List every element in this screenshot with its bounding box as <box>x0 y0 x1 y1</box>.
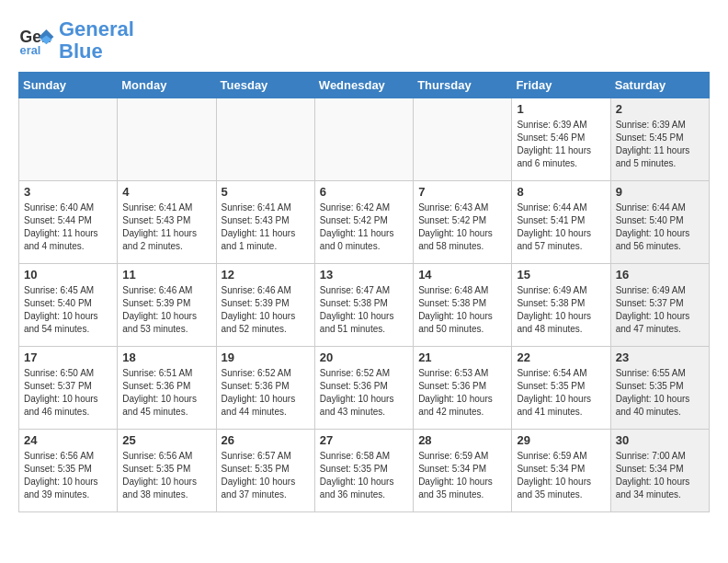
calendar-cell: 27Sunrise: 6:58 AM Sunset: 5:35 PM Dayli… <box>314 430 413 512</box>
calendar-cell: 15Sunrise: 6:49 AM Sunset: 5:38 PM Dayli… <box>512 264 610 347</box>
day-info: Sunrise: 6:49 AM Sunset: 5:37 PM Dayligh… <box>616 284 704 336</box>
day-info: Sunrise: 6:50 AM Sunset: 5:37 PM Dayligh… <box>24 367 112 419</box>
weekday-header: Saturday <box>610 73 709 98</box>
day-info: Sunrise: 6:48 AM Sunset: 5:38 PM Dayligh… <box>418 284 506 336</box>
day-info: Sunrise: 6:56 AM Sunset: 5:35 PM Dayligh… <box>24 450 112 501</box>
day-info: Sunrise: 6:44 AM Sunset: 5:41 PM Dayligh… <box>517 201 605 253</box>
day-info: Sunrise: 6:57 AM Sunset: 5:35 PM Dayligh… <box>222 450 310 501</box>
calendar-cell: 13Sunrise: 6:47 AM Sunset: 5:38 PM Dayli… <box>314 264 413 347</box>
svg-text:eral: eral <box>20 43 41 57</box>
day-number: 2 <box>616 102 704 116</box>
calendar-cell <box>314 98 413 181</box>
calendar-week-row: 10Sunrise: 6:45 AM Sunset: 5:40 PM Dayli… <box>19 264 710 347</box>
weekday-header: Wednesday <box>314 73 413 98</box>
day-number: 18 <box>122 350 210 364</box>
day-info: Sunrise: 6:39 AM Sunset: 5:45 PM Dayligh… <box>616 119 704 170</box>
day-number: 27 <box>320 433 408 447</box>
calendar-table: SundayMondayTuesdayWednesdayThursdayFrid… <box>18 72 710 512</box>
day-number: 22 <box>517 350 605 364</box>
day-number: 20 <box>320 350 408 364</box>
day-number: 12 <box>222 268 310 282</box>
day-number: 6 <box>320 185 408 199</box>
day-number: 24 <box>24 433 112 447</box>
calendar-header: SundayMondayTuesdayWednesdayThursdayFrid… <box>19 73 710 98</box>
calendar-cell: 21Sunrise: 6:53 AM Sunset: 5:36 PM Dayli… <box>414 347 512 430</box>
weekday-header: Thursday <box>414 73 512 98</box>
day-number: 10 <box>24 268 112 282</box>
day-number: 30 <box>616 433 704 447</box>
day-info: Sunrise: 6:41 AM Sunset: 5:43 PM Dayligh… <box>122 201 210 253</box>
day-info: Sunrise: 6:42 AM Sunset: 5:42 PM Dayligh… <box>320 201 408 253</box>
calendar-cell: 17Sunrise: 6:50 AM Sunset: 5:37 PM Dayli… <box>19 347 118 430</box>
calendar-cell: 25Sunrise: 6:56 AM Sunset: 5:35 PM Dayli… <box>118 430 216 512</box>
calendar-cell: 24Sunrise: 6:56 AM Sunset: 5:35 PM Dayli… <box>19 430 118 512</box>
logo: Gen eral GeneralBlue <box>18 18 134 63</box>
calendar-cell: 30Sunrise: 7:00 AM Sunset: 5:34 PM Dayli… <box>610 430 709 512</box>
day-info: Sunrise: 6:55 AM Sunset: 5:35 PM Dayligh… <box>616 367 704 419</box>
day-number: 14 <box>418 268 506 282</box>
calendar-cell: 26Sunrise: 6:57 AM Sunset: 5:35 PM Dayli… <box>216 430 314 512</box>
calendar-cell <box>216 98 314 181</box>
calendar-cell: 10Sunrise: 6:45 AM Sunset: 5:40 PM Dayli… <box>19 264 118 347</box>
day-number: 9 <box>616 185 704 199</box>
calendar-cell: 11Sunrise: 6:46 AM Sunset: 5:39 PM Dayli… <box>118 264 216 347</box>
weekday-row: SundayMondayTuesdayWednesdayThursdayFrid… <box>19 73 710 98</box>
weekday-header: Monday <box>118 73 216 98</box>
day-number: 8 <box>517 185 605 199</box>
day-number: 15 <box>517 268 605 282</box>
day-info: Sunrise: 6:58 AM Sunset: 5:35 PM Dayligh… <box>320 450 408 501</box>
calendar-week-row: 24Sunrise: 6:56 AM Sunset: 5:35 PM Dayli… <box>19 430 710 512</box>
day-number: 11 <box>122 268 210 282</box>
day-info: Sunrise: 6:41 AM Sunset: 5:43 PM Dayligh… <box>222 201 310 253</box>
day-number: 5 <box>222 185 310 199</box>
day-number: 21 <box>418 350 506 364</box>
day-info: Sunrise: 6:54 AM Sunset: 5:35 PM Dayligh… <box>517 367 605 419</box>
day-info: Sunrise: 6:40 AM Sunset: 5:44 PM Dayligh… <box>24 201 112 253</box>
logo-text: GeneralBlue <box>59 18 134 63</box>
calendar-cell: 18Sunrise: 6:51 AM Sunset: 5:36 PM Dayli… <box>118 347 216 430</box>
calendar-week-row: 3Sunrise: 6:40 AM Sunset: 5:44 PM Daylig… <box>19 181 710 264</box>
day-info: Sunrise: 6:56 AM Sunset: 5:35 PM Dayligh… <box>122 450 210 501</box>
day-number: 3 <box>24 185 112 199</box>
day-info: Sunrise: 6:59 AM Sunset: 5:34 PM Dayligh… <box>418 450 506 501</box>
day-number: 7 <box>418 185 506 199</box>
day-info: Sunrise: 6:43 AM Sunset: 5:42 PM Dayligh… <box>418 201 506 253</box>
day-number: 13 <box>320 268 408 282</box>
calendar-cell: 20Sunrise: 6:52 AM Sunset: 5:36 PM Dayli… <box>314 347 413 430</box>
calendar-cell: 19Sunrise: 6:52 AM Sunset: 5:36 PM Dayli… <box>216 347 314 430</box>
day-number: 17 <box>24 350 112 364</box>
day-info: Sunrise: 6:46 AM Sunset: 5:39 PM Dayligh… <box>122 284 210 336</box>
day-number: 25 <box>122 433 210 447</box>
day-info: Sunrise: 6:49 AM Sunset: 5:38 PM Dayligh… <box>517 284 605 336</box>
day-number: 28 <box>418 433 506 447</box>
day-number: 1 <box>517 102 605 116</box>
calendar-week-row: 17Sunrise: 6:50 AM Sunset: 5:37 PM Dayli… <box>19 347 710 430</box>
calendar-cell: 9Sunrise: 6:44 AM Sunset: 5:40 PM Daylig… <box>610 181 709 264</box>
calendar-cell: 4Sunrise: 6:41 AM Sunset: 5:43 PM Daylig… <box>118 181 216 264</box>
calendar-cell: 12Sunrise: 6:46 AM Sunset: 5:39 PM Dayli… <box>216 264 314 347</box>
calendar-cell: 7Sunrise: 6:43 AM Sunset: 5:42 PM Daylig… <box>414 181 512 264</box>
day-info: Sunrise: 6:47 AM Sunset: 5:38 PM Dayligh… <box>320 284 408 336</box>
day-info: Sunrise: 6:46 AM Sunset: 5:39 PM Dayligh… <box>222 284 310 336</box>
day-number: 29 <box>517 433 605 447</box>
day-info: Sunrise: 6:51 AM Sunset: 5:36 PM Dayligh… <box>122 367 210 419</box>
day-number: 19 <box>222 350 310 364</box>
day-info: Sunrise: 6:52 AM Sunset: 5:36 PM Dayligh… <box>320 367 408 419</box>
calendar-cell: 28Sunrise: 6:59 AM Sunset: 5:34 PM Dayli… <box>414 430 512 512</box>
page-header: Gen eral GeneralBlue <box>18 18 710 63</box>
calendar-cell: 1Sunrise: 6:39 AM Sunset: 5:46 PM Daylig… <box>512 98 610 181</box>
calendar-cell <box>414 98 512 181</box>
weekday-header: Tuesday <box>216 73 314 98</box>
calendar-cell: 6Sunrise: 6:42 AM Sunset: 5:42 PM Daylig… <box>314 181 413 264</box>
calendar-cell: 16Sunrise: 6:49 AM Sunset: 5:37 PM Dayli… <box>610 264 709 347</box>
day-number: 4 <box>122 185 210 199</box>
day-number: 23 <box>616 350 704 364</box>
day-number: 16 <box>616 268 704 282</box>
calendar-cell: 23Sunrise: 6:55 AM Sunset: 5:35 PM Dayli… <box>610 347 709 430</box>
calendar-cell: 29Sunrise: 6:59 AM Sunset: 5:34 PM Dayli… <box>512 430 610 512</box>
calendar-week-row: 1Sunrise: 6:39 AM Sunset: 5:46 PM Daylig… <box>19 98 710 181</box>
day-info: Sunrise: 6:59 AM Sunset: 5:34 PM Dayligh… <box>517 450 605 501</box>
day-number: 26 <box>222 433 310 447</box>
calendar-cell: 14Sunrise: 6:48 AM Sunset: 5:38 PM Dayli… <box>414 264 512 347</box>
day-info: Sunrise: 6:39 AM Sunset: 5:46 PM Dayligh… <box>517 119 605 170</box>
